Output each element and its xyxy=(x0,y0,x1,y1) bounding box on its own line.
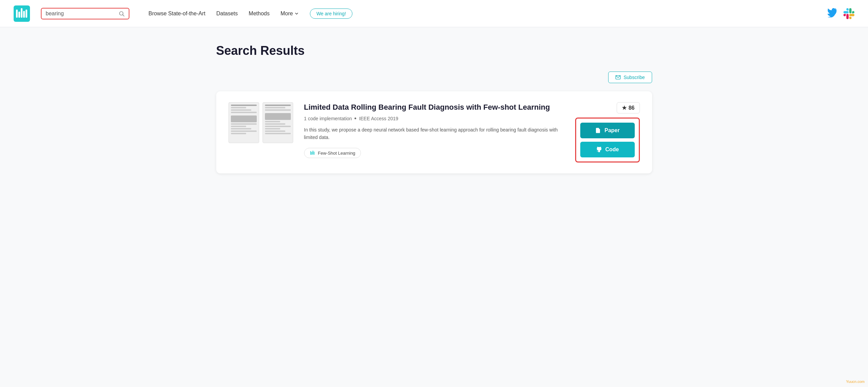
document-icon xyxy=(595,127,601,134)
main-content: Search Results Subscribe xyxy=(196,27,673,190)
paper-button[interactable]: Paper xyxy=(580,123,635,138)
slack-link[interactable] xyxy=(843,8,854,19)
search-input[interactable] xyxy=(46,11,116,17)
twitter-icon xyxy=(827,8,837,17)
action-buttons-group: Paper Code xyxy=(575,118,640,162)
logo-icon xyxy=(14,5,30,22)
email-icon xyxy=(615,75,621,80)
svg-rect-2 xyxy=(18,12,20,18)
svg-rect-1 xyxy=(16,10,18,18)
svg-rect-11 xyxy=(313,151,313,155)
paper-info: Limited Data Rolling Bearing Fault Diagn… xyxy=(304,102,564,158)
thumb-page-2 xyxy=(263,102,293,143)
header-right xyxy=(827,8,854,19)
star-count: ★ 86 xyxy=(617,102,640,113)
chevron-down-icon xyxy=(294,11,299,16)
slack-icon xyxy=(843,8,854,19)
search-button[interactable] xyxy=(119,11,125,17)
paper-thumbnail xyxy=(228,102,293,143)
hiring-button[interactable]: We are hiring! xyxy=(310,9,352,19)
tag-few-shot-learning[interactable]: Few-Shot Learning xyxy=(304,148,361,158)
svg-line-7 xyxy=(123,15,124,16)
svg-rect-4 xyxy=(23,11,25,18)
venue: IEEE Access 2019 xyxy=(359,116,398,121)
subscribe-row: Subscribe xyxy=(216,72,652,83)
thumb-page-1 xyxy=(228,102,259,143)
search-box[interactable] xyxy=(41,8,129,19)
code-implementations: 1 code implementation xyxy=(304,116,352,121)
header: Browse State-of-the-Art Datasets Methods… xyxy=(0,0,868,27)
star-icon: ★ xyxy=(622,105,627,111)
paper-meta: 1 code implementation IEEE Access 2019 xyxy=(304,116,564,121)
meta-separator xyxy=(354,118,356,119)
twitter-link[interactable] xyxy=(827,8,837,19)
svg-rect-3 xyxy=(21,8,22,18)
logo[interactable] xyxy=(14,5,30,22)
nav-datasets[interactable]: Datasets xyxy=(216,11,238,17)
svg-rect-12 xyxy=(314,152,314,155)
svg-rect-10 xyxy=(311,152,312,155)
page-title: Search Results xyxy=(216,44,652,58)
search-icon xyxy=(119,11,125,17)
pwc-mini-logo xyxy=(310,150,315,156)
paper-abstract: In this study, we propose a deep neural … xyxy=(304,126,563,141)
subscribe-button[interactable]: Subscribe xyxy=(608,72,652,83)
main-nav: Browse State-of-the-Art Datasets Methods… xyxy=(148,9,819,19)
github-icon xyxy=(596,146,602,153)
result-card: Limited Data Rolling Bearing Fault Diagn… xyxy=(216,91,652,173)
code-button[interactable]: Code xyxy=(580,142,635,157)
paper-title[interactable]: Limited Data Rolling Bearing Fault Diagn… xyxy=(304,102,564,112)
nav-more[interactable]: More xyxy=(281,11,299,17)
svg-rect-9 xyxy=(310,151,311,155)
nav-browse-sota[interactable]: Browse State-of-the-Art xyxy=(148,11,205,17)
svg-rect-5 xyxy=(26,10,27,18)
nav-methods[interactable]: Methods xyxy=(249,11,269,17)
paper-actions: ★ 86 Paper Code xyxy=(575,102,640,162)
